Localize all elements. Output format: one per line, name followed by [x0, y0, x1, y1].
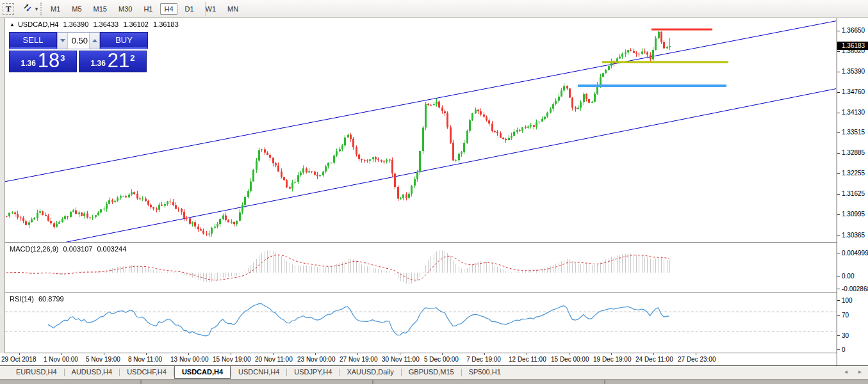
chart-symbol: USDCAD,H4 [18, 20, 59, 28]
date-tick [400, 353, 400, 355]
indicator-axis-tick [837, 335, 840, 336]
date-axis-label: 1 Nov 00:00 [44, 356, 78, 363]
chart-tab-audusd[interactable]: AUDUSD,H4 [65, 366, 120, 379]
chart-tab-usdchf[interactable]: USDCHF,H4 [120, 366, 174, 379]
buy-price-big: 21 [108, 51, 129, 70]
date-axis-label: 20 Nov 11:00 [255, 356, 293, 363]
price-tick [837, 132, 840, 133]
buy-price-prefix: 1.36 [90, 59, 105, 68]
sell-price-prefix: 1.36 [20, 59, 35, 68]
rsi-value: 60.8799 [38, 295, 64, 303]
indicator-axis-label: 30 [842, 332, 849, 339]
date-tick [231, 353, 231, 355]
date-tick [146, 353, 147, 355]
macd-name: MACD(12,26,9) [10, 245, 58, 253]
chart-tab-xauusd[interactable]: XAUUSD,Daily [340, 366, 400, 379]
price-axis-label: 1.32885 [842, 149, 865, 156]
macd-canvas[interactable] [5, 243, 836, 292]
date-axis-label: 5 Dec 00:00 [424, 356, 459, 363]
date-tick [653, 353, 654, 355]
timeframe-button-m5[interactable]: M5 [68, 3, 85, 15]
date-axis-label: 30 Nov 11:00 [382, 356, 420, 363]
price-tick [837, 31, 840, 31]
text-tool-icon[interactable]: T [3, 3, 14, 15]
date-tick [611, 353, 612, 355]
chart-tab-gbpusd[interactable]: GBPUSD,M15 [402, 366, 461, 379]
price-axis-label: 1.35390 [842, 68, 865, 75]
volume-decrease-button[interactable] [58, 33, 68, 49]
date-tick [273, 353, 274, 355]
indicator-axis-label: -0.002868 [842, 285, 868, 292]
buy-price-panel[interactable]: 1.36 21 2 [79, 51, 147, 72]
tabs-scroll-right-icon[interactable]: ▸ [858, 368, 862, 375]
timeframe-button-h1[interactable]: H1 [140, 3, 156, 15]
macd-value-signal: 0.003244 [97, 245, 126, 253]
price-tick [837, 92, 840, 93]
buy-button[interactable]: BUY [100, 32, 148, 49]
date-axis-label: 24 Dec 11:00 [635, 356, 673, 363]
price-tick [837, 236, 840, 236]
timeframe-button-d1[interactable]: D1 [181, 3, 198, 15]
frame-tick [604, 380, 605, 384]
date-axis-label: 7 Dec 19:00 [466, 356, 501, 363]
price-axis[interactable]: 1.366501.360201.353901.347601.341301.335… [837, 18, 868, 365]
timeframe-button-m30[interactable]: M30 [115, 3, 136, 15]
toolbar: T ▾ M1M5M15M30H1H4D1W1MN [0, 0, 868, 18]
rsi-panel: RSI(14) 60.8799 [5, 292, 836, 353]
date-axis-label: 8 Nov 11:00 [128, 356, 162, 363]
date-tick [104, 353, 104, 355]
arrows-tool-button[interactable]: ▾ [19, 3, 41, 15]
price-axis-label: 1.30995 [842, 211, 865, 218]
price-tick [837, 214, 840, 215]
timeframe-button-w1[interactable]: W1 [202, 3, 220, 15]
date-axis-label: 12 Dec 11:00 [509, 356, 546, 363]
price-axis-label: 1.31625 [842, 190, 865, 197]
timeframe-button-mn[interactable]: MN [224, 3, 242, 15]
timeframe-button-h4[interactable]: H4 [160, 3, 177, 15]
main-chart-panel: ▲USDCAD,H4 1.36390 1.36433 1.36102 1.361… [5, 18, 836, 242]
price-axis-label: 1.34130 [842, 109, 865, 116]
panel-separator [5, 292, 868, 292]
ohlc-close: 1.36183 [153, 20, 179, 28]
timeframe-buttons: M1M5M15M30H1H4D1W1MN [45, 3, 244, 15]
indicator-axis-label: 0.00 [842, 273, 854, 280]
chart-tab-usdcnh[interactable]: USDCNH,H4 [231, 366, 286, 379]
rsi-canvas[interactable] [5, 292, 836, 353]
date-axis-label: 13 Nov 00:00 [170, 356, 209, 363]
rsi-name: RSI(14) [10, 295, 34, 303]
price-tick [837, 113, 840, 113]
date-axis-label: 29 Oct 2018 [1, 356, 36, 363]
price-axis-label: 1.34760 [842, 88, 865, 95]
toolbar-gripper [40, 3, 42, 15]
date-tick [569, 353, 569, 355]
date-axis[interactable]: 29 Oct 20181 Nov 00:005 Nov 19:008 Nov 1… [0, 353, 837, 365]
chart-tab-usdjpy[interactable]: USDJPY,H4 [287, 366, 339, 379]
chart-tab-usdcad[interactable]: USDCAD,H4 [174, 366, 231, 379]
macd-label: MACD(12,26,9) 0.003107 0.003244 [10, 245, 129, 253]
timeframe-button-m1[interactable]: M1 [47, 3, 64, 15]
arrows-icon [22, 3, 33, 15]
toolbar-separator [205, 2, 206, 16]
date-axis-label: 27 Nov 19:00 [340, 356, 378, 363]
indicator-axis-label: 70 [842, 312, 849, 319]
indicator-axis-tick [837, 276, 840, 276]
price-axis-label: 1.33515 [842, 129, 865, 136]
sell-price-panel[interactable]: 1.36 18 3 [9, 51, 77, 72]
tabs-scroll-left-icon[interactable]: ◂ [844, 368, 848, 375]
sell-button[interactable]: SELL [9, 32, 57, 49]
timeframe-button-m15[interactable]: M15 [90, 3, 111, 15]
volume-input[interactable] [68, 33, 89, 49]
date-tick [61, 353, 62, 355]
chevron-down-icon: ▾ [35, 6, 38, 12]
rsi-label: RSI(14) 60.8799 [10, 295, 67, 303]
price-axis-label: 1.32255 [842, 170, 865, 177]
chart-tab-sp500[interactable]: SP500,H1 [462, 366, 508, 379]
triangle-down-icon [60, 39, 65, 42]
indicator-axis-label: 100 [842, 297, 853, 304]
price-tick [837, 173, 840, 174]
price-axis-label: 1.36650 [842, 27, 865, 34]
mt4-window: T ▾ M1M5M15M30H1H4D1W1MN ▲USDCAD,H4 1.36… [0, 0, 868, 384]
volume-increase-button[interactable] [89, 33, 99, 49]
chart-tab-eurusd[interactable]: EURUSD,H4 [9, 366, 64, 379]
date-axis-label: 5 Nov 19:00 [86, 356, 120, 363]
